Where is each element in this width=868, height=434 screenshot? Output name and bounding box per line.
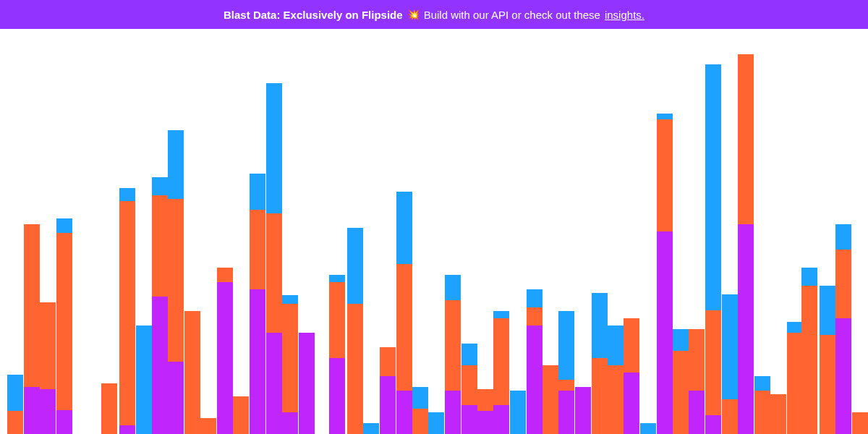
bar-segment-purple — [445, 391, 461, 434]
bar[interactable] — [152, 177, 168, 434]
bar-segment-purple — [657, 231, 673, 434]
bar[interactable] — [575, 387, 591, 434]
bar-segment-orange — [412, 409, 428, 434]
bar-segment-purple — [329, 358, 345, 434]
bar[interactable] — [738, 54, 754, 434]
bar[interactable] — [657, 114, 673, 434]
bar[interactable] — [624, 318, 639, 434]
bar[interactable] — [184, 311, 200, 434]
bar[interactable] — [282, 295, 298, 434]
bar-segment-orange — [282, 304, 298, 412]
bar[interactable] — [168, 130, 184, 434]
bar[interactable] — [722, 294, 738, 434]
bar[interactable] — [217, 268, 233, 434]
bar[interactable] — [119, 188, 135, 434]
bar-segment-orange — [722, 399, 738, 434]
bar[interactable] — [428, 412, 444, 434]
bar-segment-purple — [119, 425, 135, 434]
bar[interactable] — [835, 224, 851, 434]
bar[interactable] — [689, 329, 705, 434]
bar[interactable] — [412, 387, 428, 434]
bar-segment-blue — [412, 387, 428, 409]
bar-segment-orange — [7, 411, 23, 434]
bar[interactable] — [542, 365, 558, 434]
bar[interactable] — [705, 64, 721, 434]
bar[interactable] — [592, 293, 608, 434]
banner-text: Build with our API or check out these — [424, 9, 600, 21]
bar[interactable] — [200, 418, 216, 434]
bar-segment-orange — [558, 380, 574, 391]
bar-segment-orange — [592, 358, 608, 434]
bar[interactable] — [820, 286, 835, 434]
bar-segment-purple — [461, 405, 477, 434]
bar-segment-blue — [282, 295, 298, 304]
blast-emoji-icon: 💥 — [407, 9, 420, 20]
bar[interactable] — [527, 289, 542, 434]
bar-segment-blue — [640, 423, 656, 434]
bar-segment-purple — [24, 387, 40, 434]
bar[interactable] — [396, 192, 412, 434]
bar[interactable] — [461, 344, 477, 434]
bar-segment-purple — [624, 373, 639, 434]
bar-segment-blue — [657, 114, 673, 119]
bar-segment-blue — [363, 423, 379, 434]
bar[interactable] — [510, 391, 526, 434]
bar-segment-orange — [493, 318, 509, 405]
promo-banner: Blast Data: Exclusively on Flipside 💥 Bu… — [0, 0, 868, 29]
bar[interactable] — [7, 375, 23, 434]
bar[interactable] — [380, 347, 396, 434]
bar[interactable] — [363, 423, 379, 434]
bar-segment-purple — [250, 289, 265, 434]
bar-segment-purple — [217, 282, 233, 434]
bar[interactable] — [754, 376, 770, 434]
bar-segment-orange — [542, 365, 558, 434]
bar[interactable] — [299, 333, 315, 434]
bar[interactable] — [329, 275, 345, 434]
bar-segment-purple — [477, 411, 493, 434]
bar-segment-orange — [380, 347, 396, 376]
bar-segment-orange — [527, 307, 542, 326]
bar[interactable] — [347, 228, 363, 434]
bar[interactable] — [801, 268, 817, 434]
bar-segment-orange — [770, 394, 786, 434]
bar[interactable] — [250, 174, 265, 434]
bar-segment-purple — [835, 318, 851, 434]
bar-segment-orange — [250, 210, 265, 289]
bar[interactable] — [673, 329, 689, 434]
banner-headline: Blast Data: Exclusively on Flipside — [224, 9, 403, 21]
bar-segment-orange — [184, 311, 200, 434]
bar-segment-orange — [119, 201, 135, 425]
bar[interactable] — [445, 275, 461, 434]
bar-segment-blue — [510, 391, 526, 434]
bar[interactable] — [558, 311, 574, 434]
bar-segment-orange — [329, 282, 345, 358]
bar-segment-orange — [673, 351, 689, 434]
bar-segment-blue — [445, 275, 461, 300]
bar-segment-orange — [233, 396, 249, 434]
bar-segment-orange — [738, 54, 754, 224]
bar[interactable] — [852, 412, 868, 434]
bar[interactable] — [136, 326, 152, 434]
bar[interactable] — [493, 311, 509, 434]
bar-segment-purple — [40, 389, 56, 434]
bar[interactable] — [40, 302, 56, 434]
bar-segment-orange — [705, 310, 721, 415]
bar[interactable] — [56, 218, 72, 434]
bar-segment-purple — [738, 224, 754, 434]
bar[interactable] — [101, 383, 117, 434]
bar[interactable] — [266, 83, 282, 434]
bar-segment-blue — [835, 224, 851, 250]
bar[interactable] — [770, 394, 786, 434]
bar[interactable] — [477, 389, 493, 434]
bar-segment-blue — [493, 311, 509, 318]
bar-segment-blue — [608, 326, 624, 365]
insights-link[interactable]: insights. — [605, 9, 644, 21]
bar[interactable] — [233, 396, 249, 434]
bar-segment-blue — [250, 174, 265, 210]
bar-segment-orange — [820, 335, 835, 434]
bar[interactable] — [640, 423, 656, 434]
bar[interactable] — [608, 326, 624, 434]
bar[interactable] — [24, 224, 40, 434]
bar[interactable] — [787, 322, 803, 434]
bar-segment-orange — [754, 391, 770, 434]
